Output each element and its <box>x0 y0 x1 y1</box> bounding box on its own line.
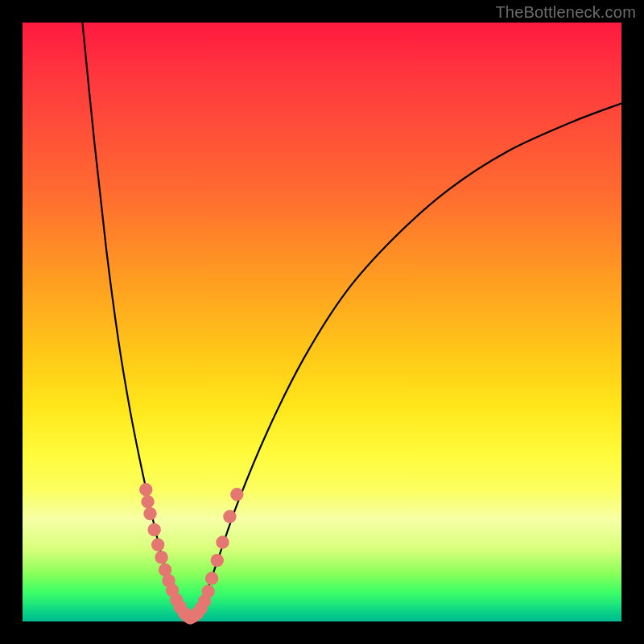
highlight-dot <box>143 507 156 520</box>
chart-frame: TheBottleneck.com <box>0 0 644 644</box>
curve-left-branch <box>82 23 190 618</box>
highlight-dot <box>230 488 243 501</box>
highlight-dot <box>141 495 154 508</box>
highlight-dot <box>205 572 218 584</box>
curve-right-branch <box>190 103 621 618</box>
highlight-dot <box>139 483 152 496</box>
highlight-dot <box>151 539 164 551</box>
highlight-dot <box>216 536 229 549</box>
highlight-dot <box>155 551 167 564</box>
highlight-dot <box>147 523 160 536</box>
watermark-text: TheBottleneck.com <box>495 3 636 22</box>
highlight-dot <box>223 510 236 523</box>
highlight-dot <box>211 554 224 567</box>
bottleneck-curve <box>23 23 621 621</box>
highlight-dot <box>201 585 214 598</box>
